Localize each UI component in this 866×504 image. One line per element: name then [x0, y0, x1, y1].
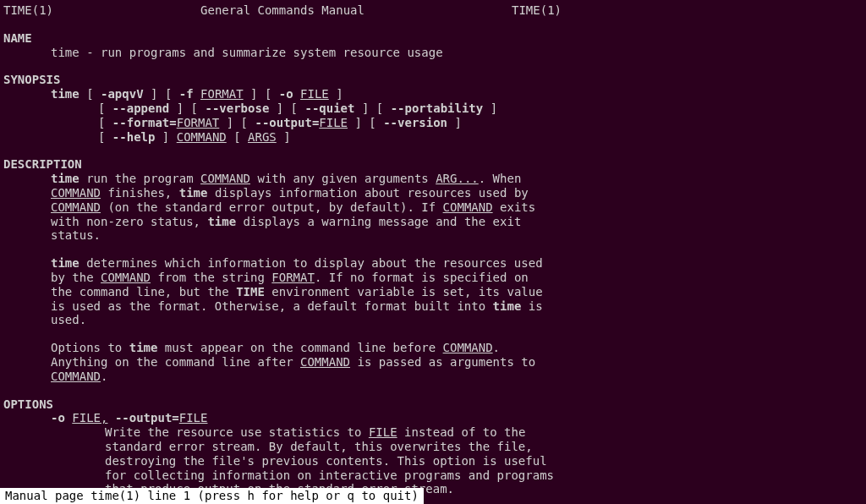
- synopsis-command: COMMAND: [177, 130, 227, 144]
- options-opt1-desc1: Write the resource use statistics to FIL…: [3, 425, 866, 440]
- header-left: TIME(1): [3, 3, 53, 18]
- section-name-header: NAME: [3, 31, 866, 46]
- desc-p3-l2: Anything on the command line after COMMA…: [3, 355, 866, 370]
- section-options-header: OPTIONS: [3, 397, 866, 412]
- header-center: General Commands Manual: [200, 3, 364, 18]
- options-opt1-desc4: destroying the file's previous contents.…: [3, 454, 866, 468]
- synopsis-formatlong: --format=: [112, 116, 177, 129]
- synopsis-line2: [ --append ] [ --verbose ] [ --quiet ] […: [3, 101, 866, 116]
- synopsis-help: --help: [112, 130, 156, 144]
- synopsis-formatval: FORMAT: [177, 116, 220, 129]
- options-opt1-desc5: for collecting information on interactiv…: [3, 468, 866, 483]
- synopsis-portability: --portability: [391, 101, 484, 115]
- synopsis-line4: [ --help ] COMMAND [ ARGS ]: [3, 130, 866, 145]
- synopsis-line3: [ --format=FORMAT ] [ --output=FILE ] [ …: [3, 116, 866, 130]
- desc-p2-l1: time determines which information to dis…: [3, 256, 866, 271]
- synopsis-f: -f: [179, 87, 194, 101]
- synopsis-format: FORMAT: [200, 87, 244, 101]
- options-opt1-flags: -o FILE, --output=FILE: [3, 411, 866, 425]
- desc-p1-l5: status.: [3, 228, 866, 243]
- section-description-header: DESCRIPTION: [3, 157, 866, 172]
- synopsis-cmd: time: [51, 87, 79, 101]
- desc-p1-l3: COMMAND (on the standard error output, b…: [3, 200, 866, 215]
- synopsis-quiet: --quiet: [304, 101, 354, 115]
- desc-p2-l4: is used as the format. Otherwise, a defa…: [3, 299, 866, 314]
- synopsis-verbose: --verbose: [205, 101, 269, 115]
- desc-p2-l5: used.: [3, 313, 866, 327]
- desc-p3-l1: Options to time must appear on the comma…: [3, 341, 866, 355]
- man-header: TIME(1) General Commands Manual TIME(1): [3, 3, 562, 18]
- synopsis-file: FILE: [300, 87, 329, 101]
- desc-p1-l4: with non-zero status, time displays a wa…: [3, 215, 866, 229]
- synopsis-outputval: FILE: [319, 116, 348, 129]
- section-synopsis-header: SYNOPSIS: [3, 73, 866, 87]
- synopsis-version: --version: [383, 116, 447, 129]
- name-content: time - run programs and summarize system…: [3, 46, 866, 60]
- desc-p2-l3: the command line, but the TIME environme…: [3, 285, 866, 299]
- options-opt1-desc3: standard error stream. By default, this …: [3, 440, 866, 454]
- synopsis-outputlong: --output=: [255, 116, 319, 129]
- synopsis-append: --append: [112, 101, 169, 115]
- synopsis-line1: time [ -apqvV ] [ -f FORMAT ] [ -o FILE …: [3, 87, 866, 101]
- synopsis-opts: -apqvV: [101, 87, 144, 101]
- desc-p2-l2: by the COMMAND from the string FORMAT. I…: [3, 271, 866, 285]
- desc-p3-l3: COMMAND.: [3, 370, 866, 384]
- desc-p1-l2: COMMAND finishes, time displays informat…: [3, 186, 866, 200]
- synopsis-args: ARGS: [248, 130, 277, 144]
- header-right: TIME(1): [512, 3, 562, 18]
- desc-p1-l1: time run the program COMMAND with any gi…: [3, 172, 866, 186]
- man-status-bar[interactable]: Manual page time(1) line 1 (press h for …: [0, 488, 424, 504]
- synopsis-o: -o: [279, 87, 293, 101]
